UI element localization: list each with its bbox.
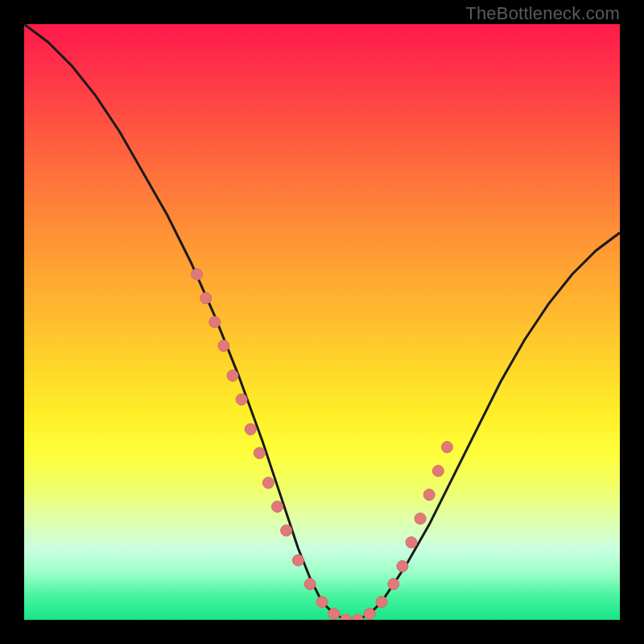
curve-marker — [341, 614, 352, 620]
curve-marker — [254, 448, 265, 459]
curve-marker — [200, 292, 212, 303]
curve-marker — [397, 560, 408, 572]
curve-marker — [227, 370, 238, 382]
curve-marker — [262, 477, 274, 489]
plot-area — [24, 24, 620, 620]
curve-marker — [352, 614, 363, 620]
curve-marker — [364, 609, 375, 620]
chart-frame: TheBottleneck.com — [0, 0, 644, 644]
curve-marker — [236, 394, 247, 405]
bottleneck-curve — [24, 24, 620, 620]
curve-marker — [441, 441, 452, 452]
curve-marker — [406, 537, 417, 548]
curve-marker — [292, 555, 303, 566]
curve-markers — [192, 269, 453, 620]
curve-marker — [376, 597, 387, 608]
curve-marker — [423, 489, 435, 501]
curve-marker — [388, 579, 399, 590]
curve-marker — [281, 525, 292, 536]
watermark-text: TheBottleneck.com — [465, 3, 620, 24]
curve-marker — [245, 423, 256, 435]
curve-marker — [192, 269, 203, 280]
curve-marker — [415, 513, 426, 524]
curve-marker — [432, 465, 444, 477]
curve-marker — [304, 579, 316, 590]
curve-marker — [209, 316, 221, 328]
curve-marker — [272, 501, 283, 512]
curve-svg — [24, 24, 620, 620]
curve-marker — [218, 341, 229, 352]
curve-marker — [316, 597, 328, 608]
curve-marker — [328, 609, 340, 620]
